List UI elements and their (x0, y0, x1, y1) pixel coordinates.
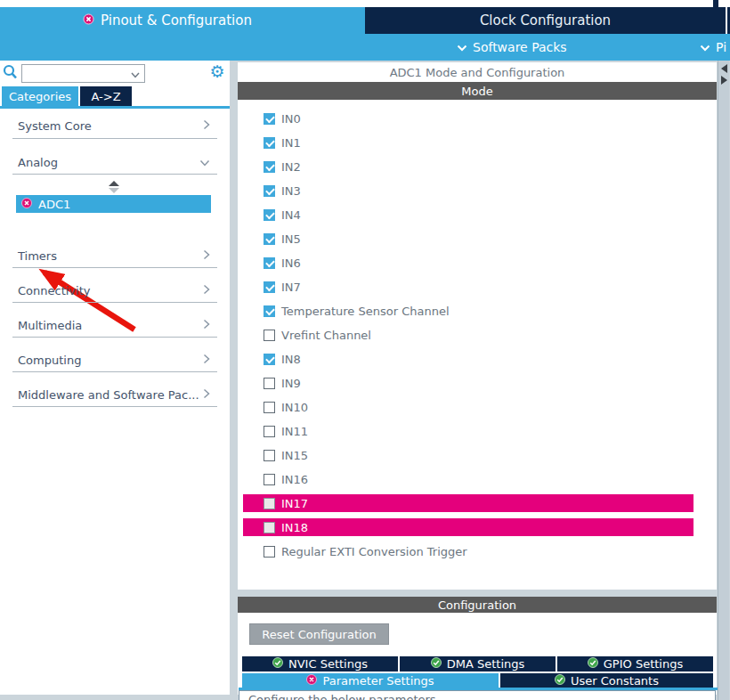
sidebar-tab-categories[interactable]: Categories (2, 86, 78, 106)
checkbox[interactable] (264, 378, 275, 389)
checkbox-label: IN1 (281, 136, 301, 150)
sidebar-item-label: Computing (18, 354, 81, 367)
mode-row-in18[interactable]: IN18 (238, 516, 717, 540)
checkbox-label: Regular EXTI Conversion Trigger (281, 545, 467, 558)
mode-row-in4[interactable]: IN4 (238, 203, 717, 227)
mode-row-in16[interactable]: IN16 (238, 468, 717, 492)
sidebar-item-system-core[interactable]: System Core (12, 114, 217, 139)
search-combobox[interactable] (21, 64, 145, 83)
window-top-strip (0, 0, 730, 7)
sub-header-bar: Software Packs Pi (0, 34, 730, 61)
mode-row-in17[interactable]: IN17 (238, 492, 717, 516)
checkbox[interactable] (264, 498, 275, 509)
checkbox[interactable] (264, 209, 275, 221)
sidebar: ⚙ Categories A->Z ADC1 System CoreAnalog… (0, 61, 230, 695)
chevron-right-icon (203, 354, 210, 367)
sidebar-tab-a-to-z[interactable]: A->Z (80, 86, 132, 106)
mode-row-regular-exti-conversion-trigger[interactable]: Regular EXTI Conversion Trigger (238, 540, 717, 564)
checkbox[interactable] (264, 330, 275, 341)
checkbox[interactable] (264, 113, 275, 125)
checkbox-label: IN7 (281, 281, 301, 294)
search-icon (3, 64, 18, 84)
mode-row-in11[interactable]: IN11 (238, 419, 717, 444)
vertical-splitter-scrollbar[interactable] (718, 61, 729, 700)
checkbox[interactable] (264, 305, 275, 317)
checkbox[interactable] (264, 450, 275, 461)
sidebar-item-connectivity[interactable]: Connectivity (12, 279, 217, 303)
mode-row-in8[interactable]: IN8 (238, 347, 717, 371)
mode-row-in9[interactable]: IN9 (238, 371, 717, 395)
collapse-right-icon[interactable] (721, 76, 727, 85)
mode-row-in0[interactable]: IN0 (238, 107, 717, 131)
gear-icon[interactable]: ⚙ (207, 61, 227, 81)
mode-row-temperature-sensor-channel[interactable]: Temperature Sensor Channel (238, 299, 717, 323)
config-tabs-row1: NVIC SettingsDMA SettingsGPIO Settings (242, 656, 713, 672)
sidebar-item-computing[interactable]: Computing (12, 348, 217, 372)
config-tab-dma-settings[interactable]: DMA Settings (400, 656, 556, 672)
sidebar-item-analog[interactable]: Analog (12, 151, 217, 175)
mode-row-in6[interactable]: IN6 (238, 251, 717, 275)
checkbox-label: IN17 (281, 497, 308, 510)
checkbox-label: IN18 (281, 521, 308, 534)
checkbox[interactable] (264, 185, 275, 197)
checkbox-label: IN11 (281, 425, 308, 438)
chevron-right-icon (203, 119, 210, 133)
mode-row-in2[interactable]: IN2 (238, 155, 717, 179)
tab-pinout-configuration[interactable]: Pinout & Configuration (83, 7, 252, 34)
checkbox[interactable] (264, 402, 275, 413)
mode-row-in3[interactable]: IN3 (238, 179, 717, 203)
sidebar-item-label: System Core (18, 119, 92, 133)
dropdown-label: Pi (716, 40, 726, 54)
checkbox[interactable] (264, 233, 275, 245)
mode-row-in1[interactable]: IN1 (238, 131, 717, 155)
sidebar-item-timers[interactable]: Timers (12, 244, 217, 268)
mode-row-in15[interactable]: IN15 (238, 444, 717, 468)
cross-circle-icon (83, 12, 94, 28)
parameter-settings-panel: Configure the below parameters (239, 690, 716, 700)
sidebar-item-label: Multimedia (18, 319, 82, 332)
checkbox-label: IN16 (281, 473, 308, 486)
checkbox[interactable] (264, 474, 275, 485)
check-circle-icon (555, 674, 565, 688)
sidebar-item-middleware-and-software-pac[interactable]: Middleware and Software Pac... (12, 383, 217, 407)
checkbox-label: IN2 (281, 160, 301, 174)
pinout-dropdown[interactable]: Pi (700, 34, 726, 61)
dropdown-label: Software Packs (473, 40, 567, 54)
tab-label: User Constants (571, 674, 659, 688)
sidebar-item-adc1[interactable]: ADC1 (16, 195, 211, 213)
mode-row-in5[interactable]: IN5 (238, 227, 717, 251)
tab-clock-configuration[interactable]: Clock Configuration (365, 7, 726, 34)
collapse-left-icon[interactable] (721, 64, 727, 73)
config-tab-user-constants[interactable]: User Constants (500, 673, 713, 688)
chevron-down-icon (700, 40, 710, 54)
checkbox[interactable] (264, 426, 275, 437)
sidebar-item-label: Analog (18, 156, 58, 169)
sidebar-category-list: ADC1 System CoreAnalogTimersConnectivity… (0, 109, 230, 695)
checkbox[interactable] (264, 257, 275, 269)
software-packs-dropdown[interactable]: Software Packs (457, 34, 567, 61)
cross-circle-icon (21, 198, 32, 211)
config-tab-nvic-settings[interactable]: NVIC Settings (242, 656, 398, 672)
mode-section-header: Mode (238, 82, 717, 100)
sidebar-item-multimedia[interactable]: Multimedia (12, 313, 217, 338)
checkbox[interactable] (264, 281, 275, 293)
checkbox[interactable] (264, 522, 275, 533)
checkbox[interactable] (264, 354, 275, 365)
mode-row-vrefint-channel[interactable]: Vrefint Channel (238, 323, 717, 347)
scroll-up-icon[interactable] (109, 181, 119, 186)
chevron-right-icon (203, 319, 210, 332)
config-tab-gpio-settings[interactable]: GPIO Settings (557, 656, 713, 672)
checkbox[interactable] (264, 137, 275, 149)
mode-row-in10[interactable]: IN10 (238, 395, 717, 419)
reset-configuration-button[interactable]: Reset Configuration (249, 623, 389, 645)
main-tab-bar: Pinout & Configuration Clock Configurati… (0, 7, 730, 34)
list-scroll-spinner[interactable] (109, 181, 119, 193)
mode-row-in7[interactable]: IN7 (238, 275, 717, 299)
checkbox[interactable] (264, 546, 275, 558)
checkbox[interactable] (264, 161, 275, 173)
checkbox-label: IN3 (281, 184, 301, 198)
search-input[interactable] (26, 66, 131, 81)
sidebar-item-label: ADC1 (38, 198, 70, 211)
chevron-down-icon (199, 156, 210, 169)
config-tab-parameter-settings[interactable]: Parameter Settings (242, 673, 499, 688)
